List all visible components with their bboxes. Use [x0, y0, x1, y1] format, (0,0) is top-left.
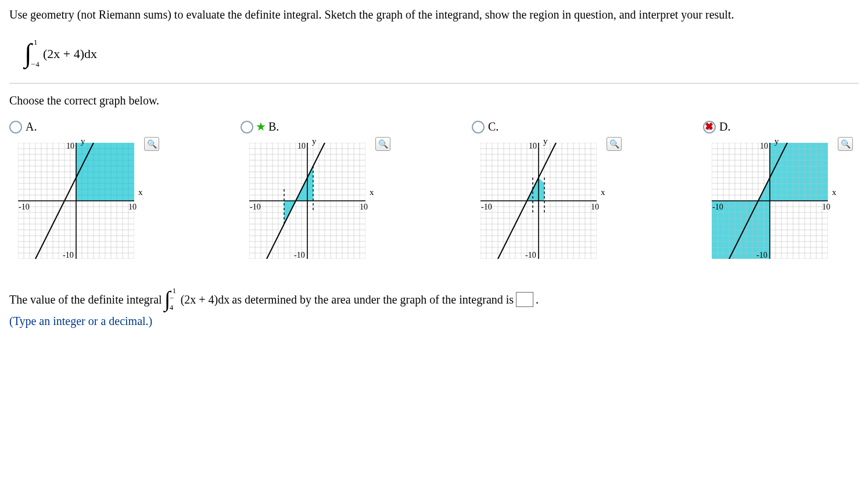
svg-marker-128	[305, 138, 310, 143]
svg-marker-267	[706, 199, 711, 203]
integral-expression: ∫ 1 − 4 (2x + 4)dx	[24, 40, 97, 68]
svg-marker-126	[243, 199, 248, 203]
zoom-icon: 🔍	[609, 139, 619, 149]
x-icon: ✖	[705, 121, 713, 132]
answer-sentence: The value of the definite integral ∫ 1 −…	[9, 288, 859, 311]
graph-c: 10 -10 10 -10 y x	[472, 137, 605, 265]
svg-text:-10: -10	[294, 251, 305, 259]
option-d-label: D.	[719, 120, 730, 133]
answer-input[interactable]	[516, 292, 533, 307]
svg-text:10: 10	[822, 203, 830, 211]
graph-a: 10 -10 10 -10 y x	[9, 137, 143, 265]
radio-b[interactable]	[241, 121, 253, 133]
option-a: A.	[9, 120, 159, 265]
integrand: (2x + 4)dx	[43, 46, 97, 62]
answer-hint: (Type an integer or a decimal.)	[9, 315, 859, 328]
svg-marker-68	[74, 138, 78, 143]
star-icon: ★	[256, 121, 266, 132]
svg-text:-10: -10	[712, 203, 723, 211]
svg-text:y: y	[774, 137, 779, 146]
radio-d[interactable]: ✖	[703, 121, 716, 133]
svg-text:x: x	[832, 187, 837, 197]
svg-marker-269	[767, 138, 772, 143]
svg-marker-129	[305, 259, 310, 264]
integral-lower: − 4	[31, 60, 40, 69]
svg-text:10: 10	[760, 142, 768, 150]
svg-marker-188	[475, 199, 479, 203]
svg-text:10: 10	[360, 203, 368, 211]
zoom-button-d[interactable]: 🔍	[838, 137, 853, 151]
svg-text:-10: -10	[63, 251, 74, 259]
radio-c[interactable]	[472, 121, 485, 133]
option-b: ★ B.	[241, 120, 390, 265]
svg-marker-69	[74, 259, 78, 264]
svg-text:y: y	[543, 137, 548, 146]
svg-text:-10: -10	[481, 203, 492, 211]
zoom-button-c[interactable]: 🔍	[607, 137, 622, 151]
choose-graph-prompt: Choose the correct graph below.	[9, 94, 859, 107]
integral-upper: 1	[34, 38, 38, 47]
svg-marker-191	[536, 259, 541, 264]
option-d: ✖ D.	[703, 120, 853, 265]
inline-integral: ∫ 1 − 4 (2x + 4)dx	[164, 288, 230, 311]
svg-text:10: 10	[529, 142, 537, 150]
graph-b: 10 -10 10 -10 y x	[241, 137, 374, 265]
answer-mid: as determined by the area under the grap…	[232, 293, 514, 306]
svg-text:10: 10	[66, 142, 74, 150]
zoom-icon: 🔍	[841, 139, 851, 149]
zoom-button-a[interactable]: 🔍	[144, 137, 159, 151]
zoom-icon: 🔍	[147, 139, 157, 149]
svg-text:-10: -10	[756, 251, 767, 259]
svg-text:10: 10	[591, 203, 599, 211]
option-c-label: C.	[488, 120, 498, 133]
svg-text:-10: -10	[19, 203, 30, 211]
zoom-icon: 🔍	[378, 139, 388, 149]
svg-text:x: x	[601, 187, 605, 197]
svg-text:x: x	[370, 187, 374, 197]
options-row: A.	[9, 120, 859, 265]
zoom-button-b[interactable]: 🔍	[375, 137, 390, 151]
question-text: Use geometry (not Riemann sums) to evalu…	[9, 7, 859, 23]
option-a-label: A.	[26, 120, 37, 133]
svg-text:-10: -10	[250, 203, 261, 211]
svg-text:y: y	[81, 137, 85, 146]
option-b-label: B.	[268, 120, 279, 133]
svg-text:y: y	[312, 137, 317, 146]
answer-prefix: The value of the definite integral	[9, 293, 162, 306]
svg-marker-66	[12, 199, 17, 203]
option-c: C.	[472, 120, 622, 265]
radio-a[interactable]	[9, 121, 22, 133]
answer-suffix: .	[536, 293, 539, 306]
graph-d: 10 -10 10 -10 y x	[703, 137, 837, 265]
svg-text:10: 10	[128, 203, 137, 211]
svg-marker-190	[536, 138, 541, 143]
svg-marker-270	[767, 259, 772, 264]
svg-text:x: x	[138, 187, 143, 197]
svg-text:-10: -10	[525, 251, 536, 259]
svg-text:10: 10	[297, 142, 306, 150]
